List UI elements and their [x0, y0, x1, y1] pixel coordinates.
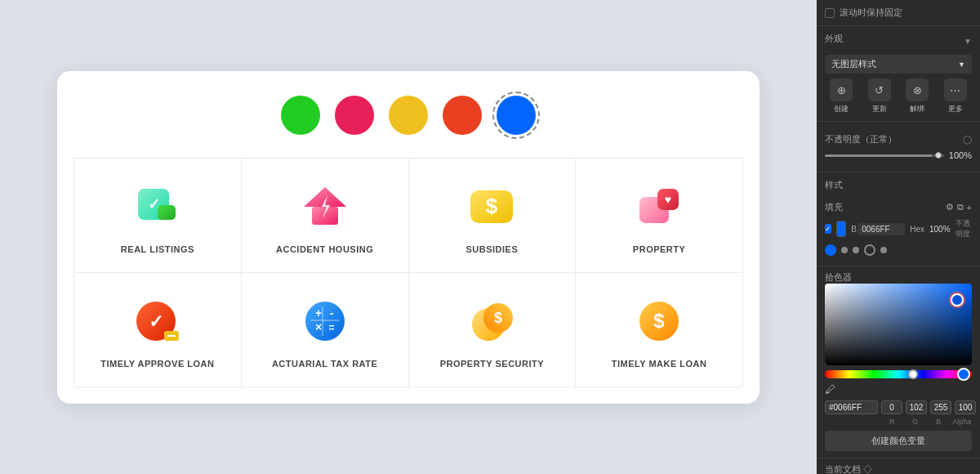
opacity-section: 不透明度（正常） ◯ 100% — [817, 122, 980, 172]
rgba-labels: R G B Alpha — [825, 418, 972, 426]
dot-blue[interactable] — [497, 96, 536, 135]
icon-cell-property-security: $ PROPERTY SECURITY — [409, 273, 577, 387]
opacity-label: 不透明度（正常） — [825, 133, 958, 145]
g-label: G — [906, 418, 926, 426]
picker-title: 拾色器 — [825, 272, 852, 282]
add-icon[interactable]: + — [967, 203, 972, 212]
icons-grid: ✓ REAL LISTINGS — [74, 158, 743, 387]
style-dropdown-label: 无图层样式 — [831, 58, 876, 70]
dot-small2[interactable] — [853, 247, 859, 253]
design-card: ✓ REAL LISTINGS — [57, 71, 760, 404]
icon-cell-real-listings: ✓ REAL LISTINGS — [74, 159, 242, 273]
style-dropdown[interactable]: 无图层样式 ▼ — [825, 55, 972, 74]
action-buttons: ⊕ 创建 ↺ 更新 ⊗ 解绑 ⋯ 更多 — [825, 78, 972, 114]
svg-text:$: $ — [494, 310, 502, 326]
alpha-label: Alpha — [952, 418, 973, 426]
fill-checkbox[interactable]: ✓ — [825, 224, 831, 234]
chevron-down-icon: ▼ — [964, 37, 972, 46]
create-var-button[interactable]: 创建颜色变量 — [825, 431, 972, 451]
appearance-title: 外观 — [825, 33, 843, 45]
accident-housing-label: ACCIDENT HOUSING — [276, 244, 373, 254]
copy-icon[interactable]: ⧉ — [957, 202, 964, 212]
subsidies-label: SUBSIDIES — [466, 244, 518, 254]
hue-blue-handle[interactable] — [957, 368, 970, 381]
actuarial-tax-rate-icon: + - × = — [299, 295, 351, 347]
svg-text:♥: ♥ — [665, 193, 671, 206]
svg-text:✓: ✓ — [149, 311, 163, 332]
hue-handle[interactable] — [908, 369, 918, 379]
fill-row: ✓ B Hex 100% 不透明度 — [825, 218, 972, 239]
create-button[interactable]: ⊕ 创建 — [825, 78, 858, 114]
timely-make-loan-label: TIMELY MAKE LOAN — [612, 359, 707, 369]
dot-red[interactable] — [335, 96, 374, 135]
r-label: R — [882, 418, 902, 426]
eyedropper-row: 🖊 — [825, 383, 972, 396]
hue-slider-wrapper — [825, 370, 972, 378]
property-label: PROPERTY — [633, 244, 686, 254]
circle-icon: ◯ — [963, 135, 972, 144]
dot-small3[interactable] — [880, 247, 887, 253]
picker-handle[interactable] — [951, 293, 964, 306]
actuarial-tax-rate-label: ACTUARIAL TAX RATE — [272, 359, 377, 369]
svg-text:$: $ — [653, 310, 665, 332]
dropdown-arrow-icon: ▼ — [958, 60, 965, 69]
hex-rgba-row — [825, 400, 972, 414]
svg-text:=: = — [328, 322, 334, 333]
svg-rect-4 — [312, 207, 338, 225]
icon-cell-subsidies: $ SUBSIDIES — [409, 159, 577, 273]
create-label: 创建 — [834, 104, 849, 114]
timely-make-loan-icon: $ — [633, 295, 685, 347]
gear-icon[interactable]: ⚙ — [946, 202, 954, 212]
color-gradient-box[interactable] — [825, 284, 972, 365]
dot-orange[interactable] — [443, 96, 482, 135]
hex-label: Hex — [910, 225, 924, 234]
update-icon: ↺ — [868, 78, 891, 101]
timely-approve-loan-icon: ✓ — [131, 295, 184, 347]
dot-type-row — [825, 244, 972, 256]
scroll-lock-checkbox[interactable] — [825, 8, 835, 18]
color-swatch[interactable] — [836, 221, 846, 237]
unbind-icon: ⊗ — [906, 78, 929, 101]
hex-input-fill[interactable] — [858, 223, 905, 235]
icon-cell-actuarial-tax-rate: + - × = ACTUARIAL TAX RATE — [242, 273, 409, 387]
r-input[interactable] — [881, 400, 902, 414]
more-button[interactable]: ⋯ 更多 — [939, 78, 973, 114]
style-title: 样式 — [825, 179, 843, 191]
eyedropper-icon[interactable]: 🖊 — [825, 383, 835, 396]
fill-opacity-label: 不透明度 — [956, 218, 972, 239]
property-icon: ♥ — [633, 181, 685, 233]
more-label: 更多 — [948, 104, 963, 114]
scroll-lock-label: 滚动时保持固定 — [840, 7, 902, 19]
hex-color-input[interactable] — [825, 400, 878, 414]
doc-title: 当前文档 ◇ — [825, 464, 872, 474]
color-picker-section: 拾色器 🖊 R G B Alpha 创建颜色变量 — [817, 266, 980, 458]
doc-section: 当前文档 ◇ — [817, 458, 980, 474]
dot-green[interactable] — [281, 96, 320, 135]
property-security-label: PROPERTY SECURITY — [440, 359, 545, 369]
create-icon: ⊕ — [830, 78, 853, 101]
timely-approve-loan-label: TIMELY APPROVE LOAN — [100, 359, 214, 369]
unbind-button[interactable]: ⊗ 解绑 — [901, 78, 934, 114]
update-button[interactable]: ↺ 更新 — [863, 78, 897, 114]
svg-text:+: + — [315, 306, 322, 320]
svg-text:$: $ — [486, 194, 498, 218]
real-listings-label: REAL LISTINGS — [121, 244, 194, 254]
right-panel: 滚动时保持固定 外观 ▼ 无图层样式 ▼ ⊕ 创建 ↺ 更新 ⊗ 解绑 — [817, 0, 980, 474]
fill-section: 填充 ⚙ ⧉ + ✓ B Hex 100% 不透明度 — [825, 201, 972, 256]
dot-ring[interactable] — [864, 244, 875, 256]
property-security-icon: $ — [466, 295, 518, 347]
alpha-input[interactable] — [955, 400, 976, 414]
scroll-lock-section: 滚动时保持固定 — [817, 0, 980, 26]
b-input[interactable] — [930, 400, 951, 414]
icon-cell-property: ♥ PROPERTY — [576, 159, 743, 273]
unbind-label: 解绑 — [910, 104, 924, 114]
svg-text:×: × — [315, 320, 322, 333]
dot-small[interactable] — [841, 247, 848, 253]
dot-solid[interactable] — [825, 244, 836, 256]
dot-yellow[interactable] — [389, 96, 428, 135]
hue-slider[interactable] — [825, 370, 972, 378]
b-label: B — [851, 225, 853, 234]
opacity-slider[interactable] — [825, 154, 944, 157]
dots-row — [74, 96, 743, 135]
g-input[interactable] — [906, 400, 927, 414]
